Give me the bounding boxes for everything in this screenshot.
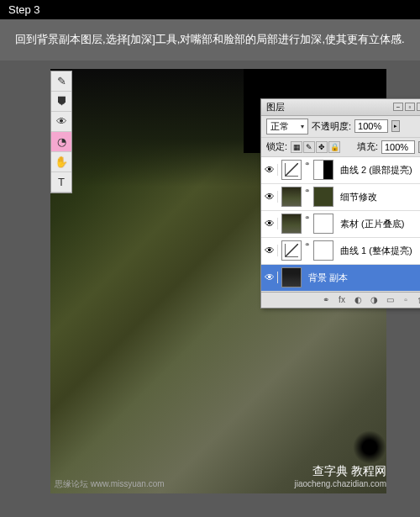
tools-palette: ✎⛊👁◔✋T — [50, 71, 72, 193]
canvas-area: ✎⛊👁◔✋T 图层 − ▫ × 正常 ▾ 不透明度: 100% ▸ 锁定: ▦ — [25, 69, 395, 493]
group-button[interactable]: ▭ — [383, 294, 396, 306]
mask-thumb[interactable] — [313, 214, 333, 234]
visibility-eye-icon[interactable]: 👁 — [261, 164, 278, 176]
layer-row[interactable]: 👁⚭曲线 2 (眼部提亮) — [261, 157, 420, 184]
lock-all-icon[interactable]: 🔒 — [328, 141, 340, 153]
watermark-sub: jiaocheng.chazidian.com — [294, 479, 386, 488]
layer-row[interactable]: 👁⚭素材 (正片叠底) — [261, 211, 420, 238]
visibility-eye-icon[interactable]: 👁 — [261, 272, 278, 283]
link-icon: ⚭ — [303, 160, 312, 180]
image-thumb[interactable] — [281, 267, 302, 288]
maximize-button[interactable]: ▫ — [405, 103, 415, 111]
curves-thumb[interactable] — [281, 160, 302, 180]
layers-panel: 图层 − ▫ × 正常 ▾ 不透明度: 100% ▸ 锁定: ▦ ✎ ✥ — [260, 98, 420, 309]
layer-thumbnails: ⚭ — [278, 187, 337, 207]
visibility-eye-icon[interactable]: 👁 — [261, 245, 278, 256]
lock-position-icon[interactable]: ✥ — [316, 141, 328, 153]
hand-tool[interactable]: ✋ — [51, 152, 71, 172]
delete-layer-button[interactable]: 🗑 — [415, 294, 420, 306]
layers-list: 👁⚭曲线 2 (眼部提亮)👁⚭细节修改👁⚭素材 (正片叠底)👁⚭曲线 1 (整体… — [261, 157, 420, 292]
new-layer-button[interactable]: ▫ — [399, 294, 412, 306]
fill-label: 填充: — [357, 140, 378, 153]
layer-name[interactable]: 细节修改 — [337, 191, 420, 203]
lock-label: 锁定: — [266, 140, 287, 153]
layer-thumbnails: ⚭ — [278, 160, 337, 180]
lock-icons: ▦ ✎ ✥ 🔒 — [291, 141, 340, 153]
visibility-eye-icon[interactable]: 👁 — [261, 218, 278, 229]
curves-thumb[interactable] — [281, 240, 302, 261]
instruction-text: 回到背景副本图层,选择[加深]工具,对嘴部和脸部的局部进行加深,使其更有立体感. — [0, 19, 420, 61]
layer-row[interactable]: 👁⚭曲线 1 (整体提亮) — [261, 238, 420, 265]
eye-tool[interactable]: 👁 — [51, 112, 71, 132]
window-controls: − ▫ × — [393, 103, 420, 111]
chevron-down-icon: ▾ — [301, 123, 304, 130]
lock-fill-row: 锁定: ▦ ✎ ✥ 🔒 填充: 100% ▸ — [261, 138, 420, 157]
panel-titlebar[interactable]: 图层 − ▫ × — [261, 99, 420, 116]
mask-button[interactable]: ◐ — [351, 294, 365, 306]
panel-title: 图层 — [266, 101, 285, 113]
layer-thumbnails — [278, 267, 305, 288]
blend-mode-dropdown[interactable]: 正常 ▾ — [266, 119, 308, 135]
minimize-button[interactable]: − — [393, 103, 403, 111]
watermark-left: 思缘论坛 www.missyuan.com — [55, 478, 165, 490]
burn-tool[interactable]: ◔ — [51, 132, 71, 152]
close-button[interactable]: × — [417, 103, 420, 111]
mask-thumb[interactable] — [313, 240, 333, 261]
watermark-right: 查字典 教程网 jiaocheng.chazidian.com — [294, 464, 386, 488]
layer-row[interactable]: 👁⚭细节修改 — [261, 184, 420, 211]
layer-name[interactable]: 素材 (正片叠底) — [337, 218, 420, 230]
opacity-input[interactable]: 100% — [354, 119, 388, 133]
link-icon: ⚭ — [303, 240, 312, 261]
shape-tool[interactable]: ⛊ — [51, 92, 71, 112]
opacity-label: 不透明度: — [312, 120, 351, 133]
adjustment-button[interactable]: ◑ — [367, 294, 381, 306]
layer-name[interactable]: 曲线 1 (整体提亮) — [337, 245, 420, 257]
layer-thumbnails: ⚭ — [278, 214, 337, 234]
watermark-main: 查字典 教程网 — [294, 464, 386, 479]
fill-input[interactable]: 100% — [381, 140, 415, 154]
image-thumb[interactable] — [281, 187, 302, 207]
panel-footer: ⚭ fx ◐ ◑ ▭ ▫ 🗑 — [261, 292, 420, 308]
step-header: Step 3 — [0, 0, 420, 19]
splatter-graphic — [353, 430, 386, 464]
fx-button[interactable]: fx — [335, 294, 349, 306]
mask-thumb[interactable] — [313, 160, 333, 180]
layer-row[interactable]: 👁背景 副本 — [261, 265, 420, 292]
lock-pixels-icon[interactable]: ✎ — [303, 141, 315, 153]
layer-name[interactable]: 背景 副本 — [305, 272, 420, 284]
layer-thumbnails: ⚭ — [278, 240, 337, 261]
image-thumb[interactable] — [281, 214, 302, 234]
mask-thumb[interactable] — [313, 187, 333, 207]
lock-transparent-icon[interactable]: ▦ — [291, 141, 302, 153]
step-label: Step 3 — [8, 3, 40, 16]
visibility-eye-icon[interactable]: 👁 — [261, 191, 278, 203]
link-layers-button[interactable]: ⚭ — [319, 294, 333, 306]
layer-name[interactable]: 曲线 2 (眼部提亮) — [337, 164, 420, 177]
pencil-tool[interactable]: ✎ — [51, 71, 71, 92]
opacity-arrow-icon[interactable]: ▸ — [391, 120, 400, 132]
link-icon: ⚭ — [303, 187, 312, 207]
type-tool[interactable]: T — [51, 172, 71, 193]
blend-opacity-row: 正常 ▾ 不透明度: 100% ▸ — [261, 116, 420, 138]
link-icon: ⚭ — [303, 214, 312, 234]
